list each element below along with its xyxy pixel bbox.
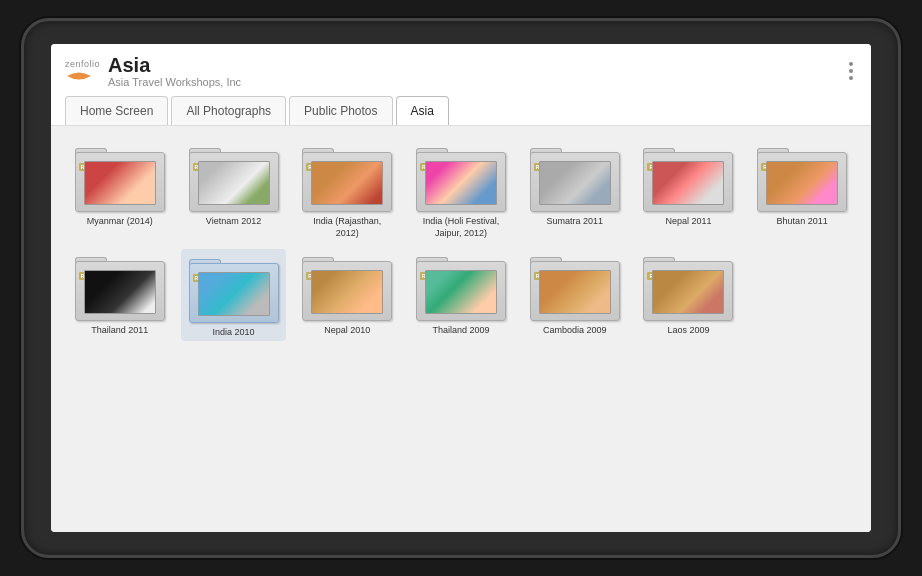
title-block: Asia Asia Travel Workshops, Inc — [108, 54, 241, 88]
folder-icon: RAW — [530, 249, 620, 321]
folder-icon: RAW — [75, 249, 165, 321]
folder-body: RAW — [416, 261, 506, 321]
folder-label: India (Holi Festival, Jaipur, 2012) — [416, 216, 506, 239]
folder-label: Vietnam 2012 — [206, 216, 261, 228]
folder-photo — [311, 270, 383, 314]
folder-item-thailand09[interactable]: RAW Thailand 2009 — [408, 249, 514, 341]
folder-photo — [425, 161, 497, 205]
folder-icon: RAW — [302, 140, 392, 212]
folder-photo — [425, 270, 497, 314]
folder-item-india10[interactable]: RAW India 2010 — [181, 249, 287, 341]
tab-public-photos[interactable]: Public Photos — [289, 96, 392, 125]
folder-label: Bhutan 2011 — [777, 216, 828, 228]
folder-item-laos[interactable]: RAW Laos 2009 — [636, 249, 742, 341]
folder-label: Myanmar (2014) — [87, 216, 153, 228]
folder-item-sumatra[interactable]: RAW Sumatra 2011 — [522, 140, 628, 239]
folder-icon: RAW — [416, 140, 506, 212]
folder-icon: RAW — [643, 249, 733, 321]
folder-photo — [652, 270, 724, 314]
folder-icon: RAW — [189, 251, 279, 323]
folder-body: RAW — [643, 261, 733, 321]
folder-icon: RAW — [757, 140, 847, 212]
screen: zenfolio Asia Asia Travel Workshops, Inc — [51, 44, 871, 532]
folder-body: RAW — [643, 152, 733, 212]
subtitle: Asia Travel Workshops, Inc — [108, 76, 241, 88]
header-top: zenfolio Asia Asia Travel Workshops, Inc — [65, 54, 857, 88]
folder-item-myanmar[interactable]: RAW Myanmar (2014) — [67, 140, 173, 239]
zenfolio-logo: zenfolio — [65, 59, 100, 83]
folder-body: RAW — [302, 152, 392, 212]
folder-photo — [766, 161, 838, 205]
page-title: Asia — [108, 54, 241, 76]
folder-body: RAW — [302, 261, 392, 321]
folder-photo — [652, 161, 724, 205]
content-area: RAW Myanmar (2014) RAW Vietnam 2012 RAW … — [51, 126, 871, 532]
folder-item-india-raj[interactable]: RAW India (Rajasthan, 2012) — [294, 140, 400, 239]
folder-body: RAW — [757, 152, 847, 212]
folder-photo — [198, 272, 270, 316]
device-frame: zenfolio Asia Asia Travel Workshops, Inc — [21, 18, 901, 558]
header: zenfolio Asia Asia Travel Workshops, Inc — [51, 44, 871, 126]
folders-grid: RAW Myanmar (2014) RAW Vietnam 2012 RAW … — [67, 140, 855, 341]
folder-photo — [84, 161, 156, 205]
nav-tabs: Home Screen All Photographs Public Photo… — [65, 96, 857, 125]
tab-all-photographs[interactable]: All Photographs — [171, 96, 286, 125]
folder-body: RAW — [189, 152, 279, 212]
zenfolio-text: zenfolio — [65, 59, 100, 69]
folder-label: Sumatra 2011 — [546, 216, 603, 228]
dot-2 — [849, 69, 853, 73]
folder-photo — [198, 161, 270, 205]
logo-title: zenfolio Asia Asia Travel Workshops, Inc — [65, 54, 241, 88]
folder-item-thailand11[interactable]: RAW Thailand 2011 — [67, 249, 173, 341]
folder-item-cambodia[interactable]: RAW Cambodia 2009 — [522, 249, 628, 341]
folder-icon: RAW — [416, 249, 506, 321]
folder-icon: RAW — [302, 249, 392, 321]
folder-label: Thailand 2011 — [91, 325, 148, 337]
folder-photo — [311, 161, 383, 205]
dot-1 — [849, 62, 853, 66]
folder-icon: RAW — [189, 140, 279, 212]
folder-photo — [539, 161, 611, 205]
folder-label: Thailand 2009 — [432, 325, 489, 337]
folder-body: RAW — [75, 261, 165, 321]
folder-photo — [84, 270, 156, 314]
folder-item-nepal[interactable]: RAW Nepal 2011 — [636, 140, 742, 239]
folder-item-vietnam[interactable]: RAW Vietnam 2012 — [181, 140, 287, 239]
folder-item-nepal10[interactable]: RAW Nepal 2010 — [294, 249, 400, 341]
folder-label: Laos 2009 — [667, 325, 709, 337]
folder-body: RAW — [189, 263, 279, 323]
folder-item-bhutan[interactable]: RAW Bhutan 2011 — [749, 140, 855, 239]
folder-label: Nepal 2010 — [324, 325, 370, 337]
folder-body: RAW — [75, 152, 165, 212]
tab-home[interactable]: Home Screen — [65, 96, 168, 125]
folder-body: RAW — [416, 152, 506, 212]
folder-photo — [539, 270, 611, 314]
dot-3 — [849, 76, 853, 80]
folder-label: Cambodia 2009 — [543, 325, 607, 337]
folder-label: Nepal 2011 — [665, 216, 711, 228]
zenfolio-brand-icon — [65, 69, 93, 83]
folder-item-india-holi[interactable]: RAW India (Holi Festival, Jaipur, 2012) — [408, 140, 514, 239]
folder-body: RAW — [530, 261, 620, 321]
more-menu-button[interactable] — [845, 58, 857, 84]
folder-icon: RAW — [75, 140, 165, 212]
folder-icon: RAW — [643, 140, 733, 212]
folder-label: India 2010 — [213, 327, 255, 339]
tab-asia[interactable]: Asia — [396, 96, 449, 125]
folder-body: RAW — [530, 152, 620, 212]
folder-label: India (Rajasthan, 2012) — [302, 216, 392, 239]
folder-icon: RAW — [530, 140, 620, 212]
